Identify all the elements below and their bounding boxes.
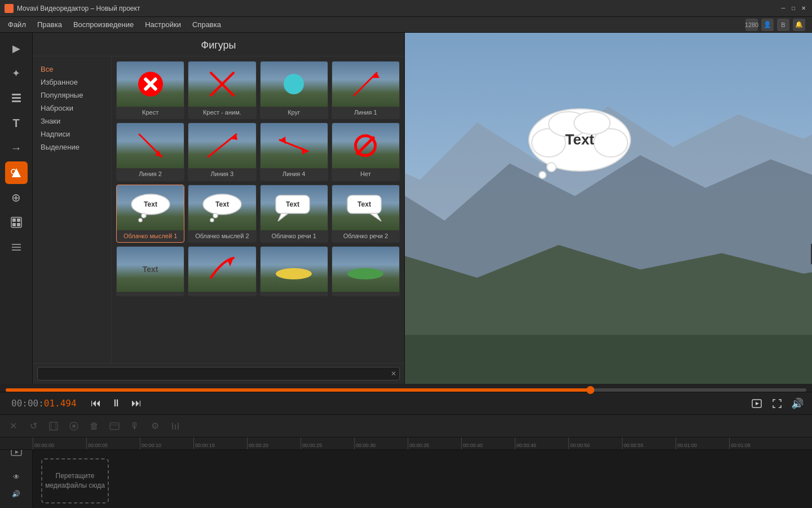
shape-arc-thumb: ♡: [188, 247, 255, 292]
effects-tool-button[interactable]: ✦: [5, 62, 28, 85]
close-button[interactable]: ✕: [800, 5, 807, 12]
svg-text:Text: Text: [144, 200, 157, 208]
track-eye-button[interactable]: 👁: [8, 469, 25, 485]
brand-icon[interactable]: B: [777, 19, 789, 31]
minimize-button[interactable]: ─: [779, 5, 787, 12]
favorite-icon[interactable]: ♡: [191, 64, 197, 72]
track-audio-button[interactable]: 🔊: [8, 486, 25, 502]
favorite-icon[interactable]: ♡: [191, 187, 197, 195]
filter-tool-button[interactable]: [5, 211, 28, 234]
maximize-button[interactable]: □: [789, 5, 797, 12]
shape-green-thumb: ♡: [332, 247, 399, 292]
category-all[interactable]: Все: [37, 63, 107, 75]
svg-marker-65: [15, 450, 19, 454]
skip-forward-button[interactable]: ⏭: [127, 395, 145, 413]
menu-playback[interactable]: Воспроизведение: [68, 18, 139, 31]
favorite-icon[interactable]: ♡: [263, 187, 269, 195]
favorite-icon[interactable]: ♡: [191, 249, 197, 257]
menu-settings[interactable]: Настройки: [139, 18, 187, 31]
shape-speech1[interactable]: ♡ Text Облачко речи 1: [260, 185, 328, 243]
svg-rect-9: [17, 223, 20, 226]
timeline-cut-button[interactable]: ✕: [5, 418, 21, 434]
shape-oval-yellow-thumb: ♡: [261, 247, 328, 292]
timeline-adjust-button[interactable]: [65, 418, 82, 434]
thought2-container: Text: [188, 185, 255, 230]
menu-help[interactable]: Справка: [187, 18, 227, 31]
favorite-icon[interactable]: ♡: [334, 249, 341, 257]
shape-cross-anim[interactable]: ♡ Крест - аним.: [188, 61, 256, 119]
volume-button[interactable]: 🔊: [788, 395, 806, 413]
shape-circle[interactable]: ♡ Круг: [260, 61, 328, 119]
timeline-voiceover-button[interactable]: 🎙: [126, 418, 143, 434]
timeline-tracks[interactable]: Перетащите медиафайлы сюда: [33, 450, 812, 508]
menu-edit[interactable]: Правка: [32, 18, 68, 31]
user-icon[interactable]: 👤: [761, 19, 774, 31]
shape-line4[interactable]: ♡ Линия 4: [260, 122, 328, 181]
svg-text:Text: Text: [215, 200, 229, 208]
text-tool-button[interactable]: T: [5, 112, 28, 134]
category-favorites[interactable]: Избранное: [37, 76, 107, 88]
progress-track[interactable]: [6, 388, 806, 392]
shapes-tool-button[interactable]: [5, 161, 28, 184]
fullscreen-button[interactable]: [768, 395, 786, 413]
shape-arc[interactable]: ♡: [188, 246, 256, 296]
notification-icon[interactable]: 🔔: [793, 19, 805, 31]
zoom-tool-button[interactable]: ⊕: [5, 186, 28, 209]
skip-back-button[interactable]: ⏮: [87, 395, 105, 413]
timeline-media-button[interactable]: [106, 418, 123, 434]
shape-speech2[interactable]: ♡ Text Облачко речи 2: [332, 185, 400, 243]
search-input[interactable]: [37, 367, 400, 380]
search-clear-button[interactable]: ✕: [391, 370, 396, 378]
resolution-icon[interactable]: 1280: [745, 19, 758, 31]
timeline-eq-button[interactable]: [167, 418, 184, 434]
favorite-icon[interactable]: ♡: [119, 187, 125, 195]
panel-sidebar: Все Избранное Популярные Наброски Знаки …: [33, 56, 112, 363]
shape-no[interactable]: ♡ Нет: [332, 122, 400, 181]
shape-thought2[interactable]: ♡ Text Облачко мыслей 2: [188, 185, 256, 243]
shapes-grid-area[interactable]: ♡ Крест ♡: [112, 56, 404, 363]
timeline-crop-button[interactable]: [45, 418, 62, 434]
shape-line1[interactable]: ♡ Линия 1: [332, 61, 400, 119]
favorite-icon[interactable]: ♡: [263, 249, 269, 257]
shape-speech2-label: Облачко речи 2: [332, 230, 399, 242]
shape-oval-yellow[interactable]: ♡: [260, 246, 328, 296]
favorite-icon[interactable]: ♡: [334, 64, 341, 72]
favorite-icon[interactable]: ♡: [334, 187, 341, 195]
category-captions[interactable]: Надписи: [37, 128, 107, 140]
category-signs[interactable]: Знаки: [37, 115, 107, 127]
media-drop-zone[interactable]: Перетащите медиафайлы сюда: [41, 458, 109, 503]
favorite-icon[interactable]: ♡: [263, 125, 269, 133]
category-selection[interactable]: Выделение: [37, 141, 107, 153]
shape-line2[interactable]: ♡ Линия 2: [116, 122, 184, 181]
shape-line3[interactable]: ♡ Линия 3: [188, 122, 256, 181]
video-tool-button[interactable]: ▶: [5, 37, 28, 60]
transition-tool-button[interactable]: →: [5, 137, 28, 159]
shape-no-label: Нет: [332, 168, 399, 180]
shape-speech1-label: Облачко речи 1: [261, 230, 328, 242]
export-button[interactable]: [748, 395, 766, 413]
ruler-mark-4: 00:00:20: [247, 437, 301, 449]
favorite-icon[interactable]: ♡: [119, 125, 125, 133]
timeline-settings-button[interactable]: ⚙: [147, 418, 164, 434]
shape-line1-label: Линия 1: [332, 107, 399, 119]
shape-green[interactable]: ♡: [332, 246, 400, 296]
category-popular[interactable]: Популярные: [37, 89, 107, 101]
shape-text-plain[interactable]: ♡ Text: [116, 246, 184, 296]
favorite-icon[interactable]: ♡: [119, 64, 125, 72]
audio-tool-button[interactable]: [5, 236, 28, 259]
favorite-icon[interactable]: ♡: [334, 125, 341, 133]
shape-thought1[interactable]: ♡ Text Облачко мыслей 1: [116, 185, 184, 243]
menu-file[interactable]: Файл: [2, 18, 32, 31]
category-sketches[interactable]: Наброски: [37, 102, 107, 114]
playback-section: 00:00:01.494 ⏮ ⏸ ⏭ 🔊: [0, 384, 812, 414]
svg-point-25: [142, 213, 146, 218]
timeline-undo-button[interactable]: ↺: [25, 418, 42, 434]
favorite-icon[interactable]: ♡: [191, 125, 197, 133]
progress-thumb[interactable]: [586, 386, 594, 394]
cut-tool-button[interactable]: [5, 87, 28, 110]
favorite-icon[interactable]: ♡: [263, 64, 269, 72]
shape-cross[interactable]: ♡ Крест: [116, 61, 184, 119]
pause-button[interactable]: ⏸: [107, 395, 125, 413]
timeline-delete-button[interactable]: 🗑: [86, 418, 103, 434]
favorite-icon[interactable]: ♡: [119, 249, 125, 257]
